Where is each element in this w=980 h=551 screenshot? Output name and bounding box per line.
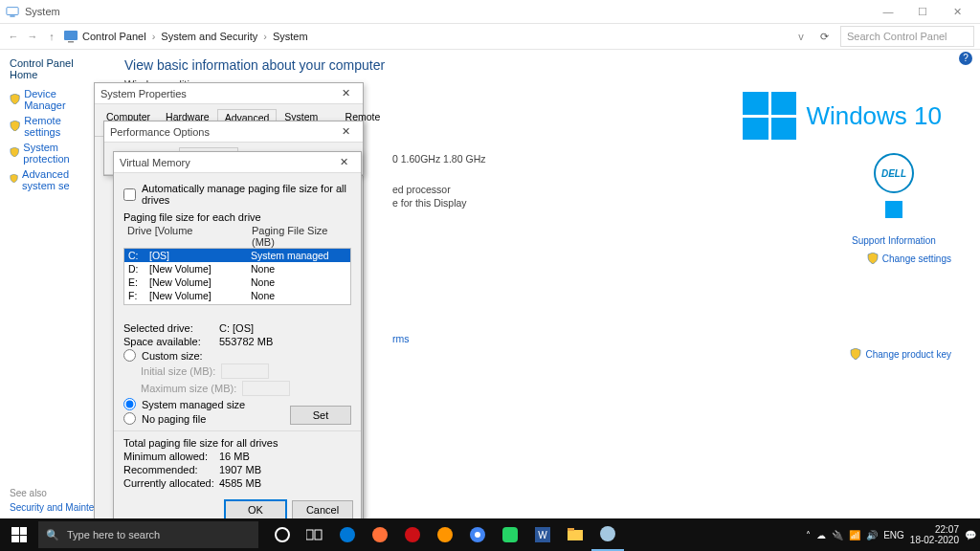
taskview-icon[interactable]	[299, 518, 331, 551]
recommended: 1907 MB	[219, 464, 261, 475]
app-chrome[interactable]	[461, 518, 494, 551]
sidebar-remote-settings[interactable]: Remote settings	[10, 115, 96, 138]
address-bar: ← → ↑ Control Panel › System and Securit…	[0, 23, 980, 50]
sidebar-system-protection[interactable]: System protection	[10, 142, 96, 165]
window-title: System	[25, 6, 60, 17]
search-icon: 🔍	[46, 529, 59, 541]
system-titlebar: System — ☐ ✕	[0, 0, 980, 23]
search-input[interactable]: Search Control Panel	[840, 26, 974, 47]
initial-size-input	[221, 364, 269, 379]
tray-volume-icon[interactable]: 🔊	[866, 530, 878, 540]
nav-forward[interactable]: →	[25, 31, 40, 42]
refresh-button[interactable]: ⟳	[820, 31, 829, 43]
system-tray[interactable]: ˄ ☁ 🔌 📶 🔊 ENG 22:07 18-02-2020 💬	[806, 524, 980, 545]
breadcrumb-1[interactable]: System and Security	[161, 31, 257, 42]
perf-close[interactable]: ✕	[334, 125, 357, 138]
monitor-icon	[63, 29, 78, 44]
drive-row-d[interactable]: D:[New Volume]None	[124, 262, 350, 276]
app-edge[interactable]	[331, 518, 364, 551]
tray-lang[interactable]: ENG	[883, 530, 904, 540]
dropdown-icon[interactable]: v	[793, 31, 809, 42]
dell-logo: DELL	[874, 153, 914, 193]
tray-wifi-icon[interactable]: 📶	[849, 530, 860, 540]
nav-back[interactable]: ←	[6, 31, 21, 42]
support-icon	[885, 201, 902, 218]
drive-row-e[interactable]: E:[New Volume]None	[124, 276, 350, 289]
col-size-label: Paging File Size (MB)	[252, 225, 347, 248]
svg-rect-12	[502, 527, 518, 542]
sidebar: Control Panel Home Device Manager Remote…	[0, 50, 105, 373]
svg-text:W: W	[538, 530, 547, 540]
svg-point-9	[437, 527, 453, 542]
svg-rect-16	[568, 528, 574, 531]
vmem-ok[interactable]: OK	[225, 500, 286, 519]
svg-point-11	[475, 532, 480, 538]
svg-rect-1	[10, 15, 14, 16]
start-button[interactable]	[0, 518, 38, 551]
sidebar-advanced-settings[interactable]: Advanced system se	[10, 168, 96, 191]
initial-size-label: Initial size (MB):	[141, 365, 215, 377]
svg-point-7	[372, 527, 388, 542]
svg-rect-4	[306, 530, 313, 540]
tray-clock[interactable]: 22:07 18-02-2020	[910, 524, 959, 545]
total-header: Total paging file size for all drives	[123, 437, 351, 449]
app-word[interactable]: W	[526, 518, 559, 551]
auto-manage-checkbox[interactable]: Automatically manage paging file size fo…	[123, 183, 351, 206]
svg-point-17	[600, 526, 615, 541]
change-settings-link[interactable]: Change settings	[867, 253, 951, 264]
svg-rect-15	[568, 530, 583, 540]
app-firefox[interactable]	[364, 518, 396, 551]
vmem-title: Virtual Memory	[120, 157, 190, 168]
sysprop-close[interactable]: ✕	[334, 87, 357, 99]
svg-point-6	[340, 527, 355, 542]
svg-rect-3	[68, 41, 74, 43]
drive-row-c[interactable]: C:[OS]System managed	[124, 249, 350, 262]
svg-rect-0	[7, 8, 18, 15]
tray-notifications-icon[interactable]: 💬	[965, 530, 976, 540]
svg-rect-5	[315, 530, 322, 540]
cp-home[interactable]: Control Panel Home	[10, 57, 96, 80]
sidebar-device-manager[interactable]: Device Manager	[10, 88, 96, 111]
col-drive-label: Drive [Volume	[127, 225, 252, 248]
tray-power-icon[interactable]: 🔌	[832, 530, 843, 540]
selected-drive-value: C: [OS]	[219, 322, 254, 334]
windows-logo: Windows 10	[743, 92, 942, 140]
app-firefox2[interactable]	[429, 518, 461, 551]
min-allowed: 16 MB	[219, 451, 250, 462]
tray-onedrive-icon[interactable]: ☁	[816, 530, 826, 540]
app-system[interactable]	[591, 518, 624, 551]
maximum-size-label: Maximum size (MB):	[141, 383, 236, 394]
change-product-key-link[interactable]: Change product key	[850, 348, 951, 360]
drive-list[interactable]: C:[OS]System managed D:[New Volume]None …	[123, 248, 351, 305]
nav-up[interactable]: ↑	[44, 31, 59, 42]
vmem-cancel[interactable]: Cancel	[292, 500, 353, 519]
perf-title: Performance Options	[110, 126, 210, 138]
custom-size-radio[interactable]: Custom size:	[123, 349, 351, 362]
taskbar-search[interactable]: 🔍 Type here to search	[38, 521, 258, 548]
app-opera[interactable]	[396, 518, 429, 551]
minimize-button[interactable]: —	[871, 0, 905, 23]
app-whatsapp[interactable]	[494, 518, 526, 551]
support-link[interactable]: Support Information	[836, 235, 951, 246]
each-drive-label: Paging file size for each drive	[123, 211, 351, 223]
virtual-memory-dialog: Virtual Memory ✕ Automatically manage pa…	[113, 151, 362, 528]
taskbar: 🔍 Type here to search W ˄ ☁ 🔌 📶 🔊 ENG 22…	[0, 518, 980, 551]
close-button[interactable]: ✕	[940, 0, 974, 23]
svg-rect-2	[64, 31, 78, 40]
sysprop-title: System Properties	[100, 88, 187, 99]
breadcrumb-0[interactable]: Control Panel	[82, 31, 146, 42]
terms-link[interactable]: rms	[392, 333, 961, 344]
svg-point-8	[405, 527, 420, 542]
tray-chevron-icon[interactable]: ˄	[806, 530, 811, 540]
page-heading: View basic information about your comput…	[124, 57, 961, 73]
space-available-value: 553782 MB	[219, 336, 273, 347]
drive-row-f[interactable]: F:[New Volume]None	[124, 289, 350, 302]
cortana-icon[interactable]	[266, 518, 299, 551]
maximize-button[interactable]: ☐	[905, 0, 940, 23]
maximum-size-input	[242, 381, 290, 396]
set-button[interactable]: Set	[290, 406, 351, 425]
app-explorer[interactable]	[559, 518, 591, 551]
breadcrumb-2[interactable]: System	[273, 31, 308, 42]
system-icon	[6, 5, 19, 18]
vmem-close[interactable]: ✕	[332, 156, 355, 168]
